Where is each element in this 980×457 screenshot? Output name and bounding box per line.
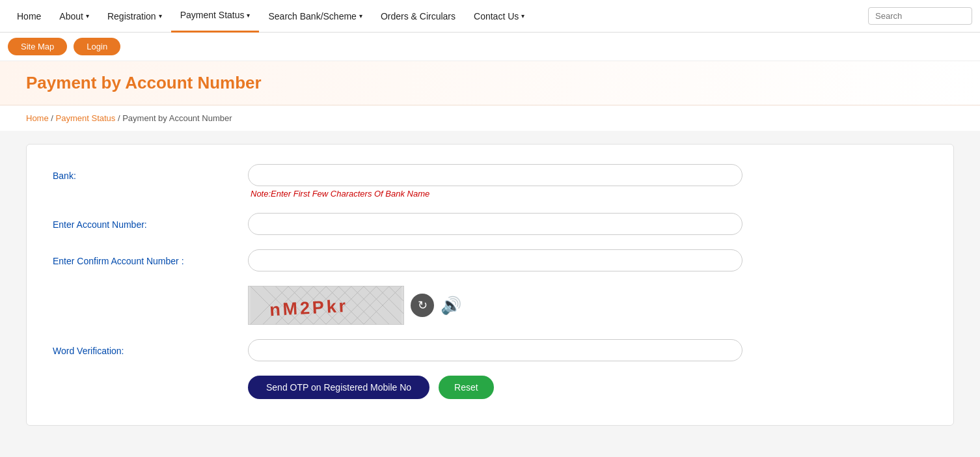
- utility-btn-row: Site Map Login: [0, 33, 980, 61]
- contact-dropdown-arrow: ▾: [521, 12, 524, 20]
- word-verification-input-wrap: [248, 339, 927, 361]
- search-input[interactable]: [868, 7, 972, 25]
- main-nav: Home About ▾ Registration ▾ Payment Stat…: [0, 0, 980, 33]
- captcha-row: nM2Pkr ↻ 🔊: [53, 286, 927, 325]
- login-button[interactable]: Login: [74, 38, 120, 55]
- account-input[interactable]: [248, 213, 742, 235]
- word-verification-label: Word Verification:: [53, 339, 248, 356]
- about-dropdown-arrow: ▾: [86, 12, 89, 20]
- confirm-account-row: Enter Confirm Account Number :: [53, 249, 927, 271]
- account-row: Enter Account Number:: [53, 213, 927, 235]
- confirm-account-input-wrap: [248, 249, 927, 271]
- svg-text:nM2Pkr: nM2Pkr: [269, 296, 348, 320]
- captcha-image: nM2Pkr: [248, 286, 404, 325]
- captcha-wrap: nM2Pkr ↻ 🔊: [248, 286, 461, 325]
- reset-button[interactable]: Reset: [439, 376, 494, 399]
- refresh-icon: ↻: [418, 298, 428, 312]
- form-card: Bank: Note:Enter First Few Characters Of…: [26, 144, 954, 426]
- captcha-label-empty: [53, 286, 248, 292]
- confirm-account-label: Enter Confirm Account Number :: [53, 249, 248, 266]
- account-label: Enter Account Number:: [53, 213, 248, 230]
- nav-home[interactable]: Home: [8, 0, 50, 33]
- breadcrumb: Home / Payment Status / Payment by Accou…: [0, 105, 980, 131]
- breadcrumb-sep1: /: [51, 113, 55, 123]
- page-header: Payment by Account Number: [0, 61, 980, 105]
- captcha-refresh-button[interactable]: ↻: [411, 294, 434, 317]
- speaker-icon: 🔊: [441, 296, 461, 316]
- breadcrumb-payment-status[interactable]: Payment Status: [56, 113, 116, 123]
- bank-label: Bank:: [53, 164, 248, 181]
- send-otp-button[interactable]: Send OTP on Registered Mobile No: [248, 376, 429, 399]
- registration-dropdown-arrow: ▾: [159, 12, 162, 20]
- bank-row: Bank: Note:Enter First Few Characters Of…: [53, 164, 927, 199]
- bank-note: Note:Enter First Few Characters Of Bank …: [248, 189, 927, 199]
- word-verification-input[interactable]: [248, 339, 742, 361]
- search-bank-dropdown-arrow: ▾: [359, 12, 362, 20]
- confirm-account-input[interactable]: [248, 249, 742, 271]
- account-input-wrap: [248, 213, 927, 235]
- bank-input-wrap: Note:Enter First Few Characters Of Bank …: [248, 164, 927, 199]
- word-verification-row: Word Verification:: [53, 339, 927, 361]
- sitemap-button[interactable]: Site Map: [8, 38, 67, 55]
- nav-payment-status[interactable]: Payment Status ▾: [171, 0, 260, 33]
- nav-search-bank[interactable]: Search Bank/Scheme ▾: [259, 0, 371, 33]
- breadcrumb-home[interactable]: Home: [26, 113, 49, 123]
- breadcrumb-current: Payment by Account Number: [122, 113, 232, 123]
- bank-input[interactable]: [248, 164, 742, 186]
- nav-contact[interactable]: Contact Us ▾: [465, 0, 534, 33]
- nav-about[interactable]: About ▾: [50, 0, 98, 33]
- nav-registration[interactable]: Registration ▾: [98, 0, 171, 33]
- form-buttons: Send OTP on Registered Mobile No Reset: [248, 376, 927, 399]
- captcha-audio-button[interactable]: 🔊: [441, 296, 461, 316]
- payment-status-dropdown-arrow: ▾: [247, 12, 250, 19]
- page-title: Payment by Account Number: [26, 73, 954, 93]
- nav-orders[interactable]: Orders & Circulars: [372, 0, 465, 33]
